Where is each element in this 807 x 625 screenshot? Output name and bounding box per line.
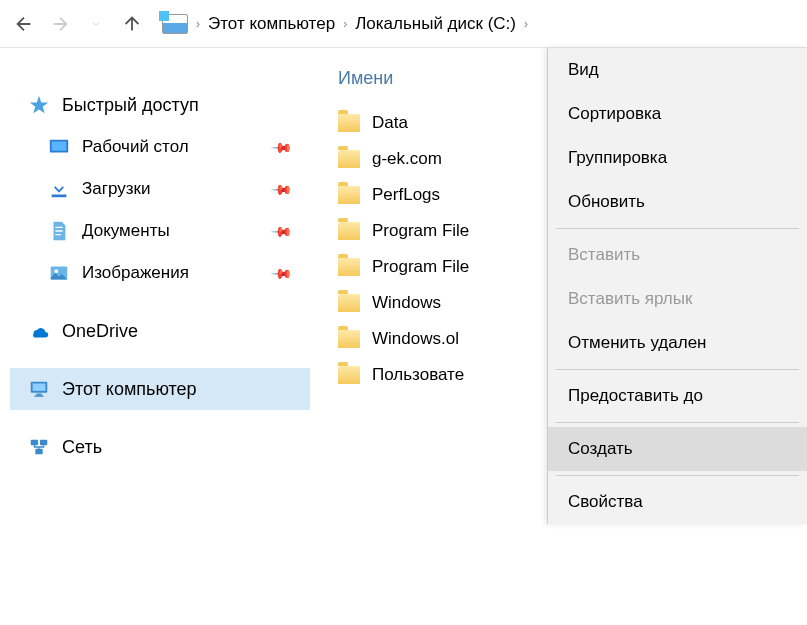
sidebar-label: Сеть bbox=[62, 437, 102, 458]
main-area: Быстрый доступ Рабочий стол 📌 Загрузки 📌… bbox=[0, 48, 807, 625]
ctx-separator bbox=[556, 369, 799, 370]
sidebar-pictures[interactable]: Изображения 📌 bbox=[10, 252, 310, 294]
sidebar-label: Загрузки bbox=[82, 179, 150, 199]
svg-rect-8 bbox=[34, 395, 43, 396]
context-menu: Вид Сортировка Группировка Обновить Вста… bbox=[547, 48, 807, 524]
onedrive-icon bbox=[28, 320, 50, 342]
breadcrumb[interactable]: › Этот компьютер › Локальный диск (C:) › bbox=[162, 14, 528, 34]
network-icon bbox=[28, 436, 50, 458]
folder-icon bbox=[338, 186, 360, 204]
ctx-paste: Вставить bbox=[548, 233, 807, 277]
folder-name: Windows bbox=[372, 293, 441, 313]
ctx-view[interactable]: Вид bbox=[548, 48, 807, 92]
ctx-separator bbox=[556, 422, 799, 423]
ctx-refresh[interactable]: Обновить bbox=[548, 180, 807, 224]
up-button[interactable] bbox=[118, 10, 146, 38]
drive-icon bbox=[162, 14, 188, 34]
folder-icon bbox=[338, 294, 360, 312]
folder-icon bbox=[338, 258, 360, 276]
svg-point-4 bbox=[54, 269, 58, 273]
desktop-icon bbox=[48, 136, 70, 158]
breadcrumb-separator: › bbox=[343, 17, 347, 31]
computer-icon bbox=[28, 378, 50, 400]
document-icon bbox=[48, 220, 70, 242]
ctx-group[interactable]: Группировка bbox=[548, 136, 807, 180]
breadcrumb-separator: › bbox=[196, 17, 200, 31]
ctx-paste-shortcut: Вставить ярлык bbox=[548, 277, 807, 321]
svg-rect-2 bbox=[52, 195, 67, 198]
sidebar-label: Документы bbox=[82, 221, 170, 241]
folder-name: Пользовате bbox=[372, 365, 464, 385]
sidebar-label: OneDrive bbox=[62, 321, 138, 342]
breadcrumb-item[interactable]: Этот компьютер bbox=[208, 14, 335, 34]
folder-icon bbox=[338, 366, 360, 384]
folder-icon bbox=[338, 114, 360, 132]
recent-dropdown[interactable] bbox=[82, 10, 110, 38]
sidebar-label: Этот компьютер bbox=[62, 379, 197, 400]
navigation-sidebar: Быстрый доступ Рабочий стол 📌 Загрузки 📌… bbox=[0, 48, 320, 625]
sidebar-this-pc[interactable]: Этот компьютер bbox=[10, 368, 310, 410]
sidebar-label: Рабочий стол bbox=[82, 137, 189, 157]
star-icon bbox=[28, 94, 50, 116]
folder-icon bbox=[338, 150, 360, 168]
sidebar-documents[interactable]: Документы 📌 bbox=[10, 210, 310, 252]
navigation-bar: › Этот компьютер › Локальный диск (C:) › bbox=[0, 0, 807, 48]
folder-name: Program File bbox=[372, 221, 469, 241]
file-list-area[interactable]: Имени Datag-ek.comPerfLogsProgram FilePr… bbox=[320, 48, 807, 625]
pictures-icon bbox=[48, 262, 70, 284]
back-button[interactable] bbox=[10, 10, 38, 38]
forward-button[interactable] bbox=[46, 10, 74, 38]
svg-rect-1 bbox=[52, 142, 67, 151]
download-icon bbox=[48, 178, 70, 200]
svg-rect-11 bbox=[35, 449, 42, 455]
sidebar-network[interactable]: Сеть bbox=[10, 426, 310, 468]
folder-name: g-ek.com bbox=[372, 149, 442, 169]
svg-rect-9 bbox=[31, 440, 38, 446]
folder-name: Windows.ol bbox=[372, 329, 459, 349]
ctx-separator bbox=[556, 475, 799, 476]
folder-icon bbox=[338, 330, 360, 348]
sidebar-downloads[interactable]: Загрузки 📌 bbox=[10, 168, 310, 210]
folder-icon bbox=[338, 222, 360, 240]
ctx-create[interactable]: Создать bbox=[548, 427, 807, 471]
folder-name: PerfLogs bbox=[372, 185, 440, 205]
ctx-properties[interactable]: Свойства bbox=[548, 480, 807, 524]
ctx-undo-delete[interactable]: Отменить удален bbox=[548, 321, 807, 365]
breadcrumb-item[interactable]: Локальный диск (C:) bbox=[355, 14, 516, 34]
pin-icon: 📌 bbox=[270, 135, 293, 158]
sidebar-label: Быстрый доступ bbox=[62, 95, 199, 116]
sidebar-onedrive[interactable]: OneDrive bbox=[10, 310, 310, 352]
folder-name: Program File bbox=[372, 257, 469, 277]
breadcrumb-separator: › bbox=[524, 17, 528, 31]
pin-icon: 📌 bbox=[270, 261, 293, 284]
pin-icon: 📌 bbox=[270, 219, 293, 242]
pin-icon: 📌 bbox=[270, 177, 293, 200]
sidebar-quick-access[interactable]: Быстрый доступ bbox=[10, 84, 310, 126]
svg-rect-7 bbox=[36, 394, 42, 396]
folder-name: Data bbox=[372, 113, 408, 133]
ctx-sort[interactable]: Сортировка bbox=[548, 92, 807, 136]
sidebar-desktop[interactable]: Рабочий стол 📌 bbox=[10, 126, 310, 168]
ctx-separator bbox=[556, 228, 799, 229]
svg-rect-6 bbox=[33, 384, 46, 391]
sidebar-label: Изображения bbox=[82, 263, 189, 283]
svg-rect-10 bbox=[40, 440, 47, 446]
ctx-give-access[interactable]: Предоставить до bbox=[548, 374, 807, 418]
